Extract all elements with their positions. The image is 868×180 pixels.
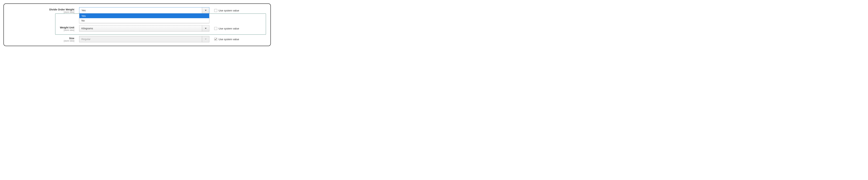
field-label: Weight Unit xyxy=(6,26,74,29)
chevron-down-icon xyxy=(205,10,207,11)
option-no[interactable]: No xyxy=(79,18,209,23)
select-toggle-button[interactable] xyxy=(202,7,209,13)
use-system-checkbox[interactable] xyxy=(214,9,217,12)
input-col: Regular xyxy=(79,36,209,42)
row-divide-order-weight: Divide Order Weight [store view] Yes Yes… xyxy=(6,6,268,14)
chevron-down-icon xyxy=(205,28,207,29)
field-scope: [store view] xyxy=(6,40,74,42)
select-value: Yes xyxy=(79,7,202,13)
weight-unit-select[interactable]: Kilograms xyxy=(79,25,209,32)
select-value: Kilograms xyxy=(79,26,202,31)
chevron-down-icon xyxy=(205,39,207,40)
select-toggle-button xyxy=(202,36,209,42)
field-label: Size xyxy=(6,37,74,40)
field-scope: [store view] xyxy=(6,29,74,31)
use-system-label: Use system value xyxy=(219,9,239,12)
use-system-col: Use system value xyxy=(209,7,254,13)
select-value: Regular xyxy=(79,36,202,42)
label-col: Weight Unit [store view] xyxy=(6,25,79,31)
input-col: Kilograms xyxy=(79,25,209,32)
divide-order-weight-select[interactable]: Yes xyxy=(79,7,209,13)
select-toggle-button[interactable] xyxy=(202,26,209,31)
field-scope: [store view] xyxy=(6,11,74,13)
use-system-label: Use system value xyxy=(219,38,239,41)
use-system-label: Use system value xyxy=(219,27,239,30)
field-label: Divide Order Weight xyxy=(6,8,74,11)
divide-order-weight-options: Yes No xyxy=(79,13,209,23)
use-system-col: Use system value xyxy=(209,25,254,32)
label-col: Size [store view] xyxy=(6,36,79,42)
label-col: Divide Order Weight [store view] xyxy=(6,7,79,13)
option-yes[interactable]: Yes xyxy=(79,13,209,18)
use-system-checkbox[interactable] xyxy=(214,27,217,30)
use-system-col: Use system value xyxy=(209,36,254,42)
input-col: Yes Yes No xyxy=(79,7,209,13)
size-select: Regular xyxy=(79,36,209,42)
row-size: Size [store view] Regular Use system val… xyxy=(6,35,268,43)
settings-panel: Divide Order Weight [store view] Yes Yes… xyxy=(3,3,271,46)
use-system-checkbox[interactable] xyxy=(214,38,217,41)
row-weight-unit: Weight Unit [store view] Kilograms Use s… xyxy=(6,24,268,33)
